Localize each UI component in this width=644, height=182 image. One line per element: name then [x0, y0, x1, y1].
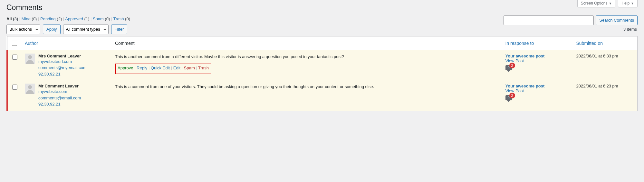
page-title: Comments: [6, 0, 638, 14]
status-tab-link[interactable]: Approved (1): [65, 16, 89, 21]
search-button[interactable]: Search Comments: [596, 15, 638, 25]
author-email[interactable]: comments@email.com: [38, 95, 81, 101]
status-tab-link[interactable]: All (3): [6, 16, 18, 21]
author-ip[interactable]: 92.30.92.21: [38, 71, 87, 77]
author-email[interactable]: comments@myemail.com: [38, 65, 87, 71]
status-tab-count: (0): [32, 16, 37, 21]
chevron-down-icon: ▼: [609, 2, 612, 5]
col-submitted[interactable]: Submitted on: [573, 36, 638, 50]
view-post-link[interactable]: View Post: [505, 58, 570, 63]
comments-table: Author Comment In response to Submitted …: [6, 36, 638, 111]
search-input[interactable]: [504, 15, 594, 25]
view-post-link[interactable]: View Post: [505, 88, 570, 93]
chevron-down-icon: ▼: [631, 2, 634, 5]
status-tab-spam[interactable]: Spam (0): [89, 16, 110, 21]
row-checkbox[interactable]: [12, 85, 17, 90]
status-tab-link[interactable]: Pending (2): [40, 16, 62, 21]
filter-button[interactable]: Filter: [111, 25, 128, 34]
status-tab-mine[interactable]: Mine (0): [18, 16, 37, 21]
comment-count-bubble[interactable]: 02: [505, 95, 512, 100]
avatar: [25, 54, 35, 64]
status-tab-count: (2): [57, 16, 62, 21]
bulk-actions-select[interactable]: Bulk actions: [6, 25, 40, 34]
status-tab-link[interactable]: Mine (0): [22, 16, 37, 21]
status-tab-count: (1): [84, 16, 89, 21]
search-box: Search Comments: [504, 15, 638, 25]
response-post-link[interactable]: Your awesome post: [505, 54, 570, 58]
comment-count-bubble[interactable]: 02: [505, 65, 512, 70]
comment-text: This is a comment from one of your visit…: [115, 84, 499, 90]
author-name: Mr Comment Leaver: [38, 84, 81, 88]
trash-action[interactable]: Trash: [198, 66, 209, 70]
items-count: 3 items: [623, 27, 638, 32]
screen-options-button[interactable]: Screen Options ▼: [577, 0, 616, 7]
submitted-date: 2022/06/01 at 6:33 pm: [573, 50, 638, 80]
edit-action[interactable]: Edit: [173, 66, 180, 70]
col-comment: Comment: [112, 36, 502, 50]
status-tab-approved[interactable]: Approved (1): [62, 16, 89, 21]
quick-edit-action[interactable]: Quick Edit: [151, 66, 170, 70]
select-all-checkbox[interactable]: [12, 41, 17, 46]
comment-type-select[interactable]: All comment types: [63, 25, 109, 34]
apply-button[interactable]: Apply: [43, 25, 61, 34]
table-row: Mr Comment Leavermywebsite.comcomments@e…: [7, 80, 638, 111]
status-tab-link[interactable]: Trash (0): [113, 16, 130, 21]
status-tab-trash[interactable]: Trash (0): [110, 16, 130, 21]
submitted-date: 2022/06/01 at 6:23 pm: [573, 80, 638, 111]
author-url[interactable]: mywebsite.com: [38, 88, 81, 95]
approve-action[interactable]: Approve: [118, 66, 133, 70]
spam-action[interactable]: Spam: [184, 66, 195, 70]
row-checkbox[interactable]: [12, 55, 17, 60]
help-button[interactable]: Help ▼: [618, 0, 638, 7]
help-label: Help: [621, 1, 630, 5]
status-tab-link[interactable]: Spam (0): [93, 16, 110, 21]
status-tab-count: (0): [105, 16, 110, 21]
reply-action[interactable]: Reply: [137, 66, 147, 70]
bubble-pending-badge: 2: [509, 63, 515, 68]
table-row: Mrs Comment Leavermywebsiteurl.comcommen…: [7, 50, 638, 80]
avatar: [25, 84, 35, 94]
status-tab-count: (0): [125, 16, 130, 21]
status-tab-count: (3): [13, 16, 18, 21]
comment-text: This is another comment from a different…: [115, 54, 499, 60]
author-ip[interactable]: 92.30.92.21: [38, 101, 81, 107]
col-response[interactable]: In response to: [502, 36, 573, 50]
col-author[interactable]: Author: [22, 36, 112, 50]
row-actions: ApproveReplyQuick EditEditSpamTrash: [115, 64, 211, 74]
status-tab-all[interactable]: All (3): [6, 16, 18, 21]
bubble-pending-badge: 2: [509, 93, 515, 98]
bulk-toolbar: Bulk actions Apply All comment types Fil…: [6, 25, 638, 34]
screen-options-label: Screen Options: [581, 1, 608, 5]
author-name: Mrs Comment Leaver: [38, 54, 87, 58]
status-tab-pending[interactable]: Pending (2): [37, 16, 62, 21]
author-url[interactable]: mywebsiteurl.com: [38, 58, 87, 65]
response-post-link[interactable]: Your awesome post: [505, 84, 570, 88]
